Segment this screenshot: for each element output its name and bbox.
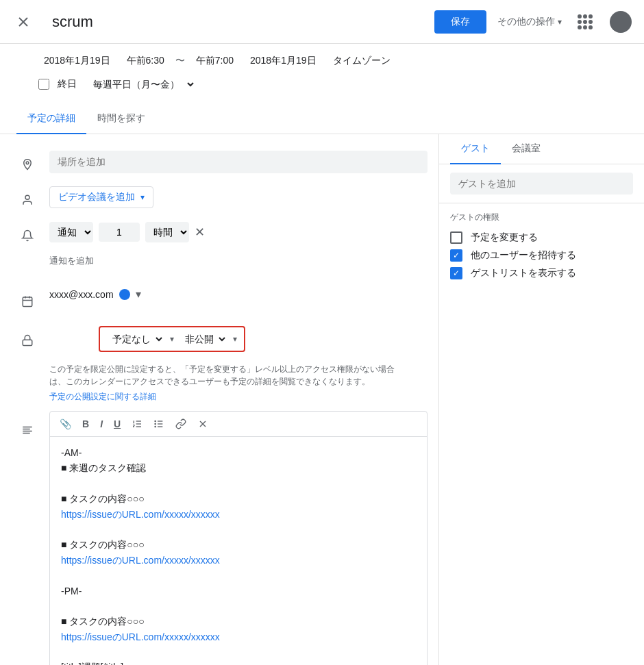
- status-visibility-controls: 予定なし ▾ 非公開 ▾: [99, 326, 245, 352]
- bell-icon: [16, 225, 38, 247]
- svg-rect-8: [23, 340, 32, 345]
- content-line-13: https://issueのURL.com/xxxxx/xxxxxx: [61, 629, 416, 644]
- editor-content[interactable]: -AM- ■ 来週のタスク確認 ■ タスクの内容○○○ https://issu…: [50, 437, 427, 665]
- end-time[interactable]: 午前7:00: [190, 52, 239, 70]
- notification-controls: 通知 時間 ✕: [49, 222, 205, 242]
- right-tabs: ゲスト 会議室: [439, 134, 644, 164]
- description-editor: 📎 B I U: [49, 411, 428, 665]
- notification-type-select[interactable]: 通知: [49, 222, 93, 242]
- visibility-arrow: ▾: [233, 334, 237, 344]
- event-title-input[interactable]: [47, 10, 423, 34]
- permission-checkbox-1[interactable]: [450, 249, 462, 262]
- header: 保存 その他の操作: [0, 0, 644, 44]
- italic-button[interactable]: I: [96, 416, 107, 432]
- apps-icon: [578, 14, 593, 29]
- status-visibility-row: 予定なし ▾ 非公開 ▾: [0, 318, 438, 357]
- calendar-select-row: xxxx@xxx.com ▾: [49, 288, 141, 301]
- calendar-row: xxxx@xxx.com ▾: [0, 282, 438, 318]
- video-field: ビデオ会議を追加: [49, 186, 428, 208]
- right-panel: ゲスト 会議室 ゲストの権限 予定を変更する 他のユーザーを招待する ゲストリス…: [438, 134, 644, 665]
- timezone-button[interactable]: タイムゾーン: [327, 52, 396, 70]
- permission-item-1: 他のユーザーを招待する: [450, 247, 633, 264]
- left-tabs: 予定の詳細 時間を探す: [0, 104, 644, 134]
- permission-item-2: ゲストリストを表示する: [450, 264, 633, 282]
- tab-details[interactable]: 予定の詳細: [16, 104, 86, 134]
- end-date[interactable]: 2018年1月19日: [245, 52, 322, 70]
- privacy-link[interactable]: 予定の公開設定に関する詳細: [49, 390, 395, 403]
- tab-guest[interactable]: ゲスト: [450, 134, 501, 164]
- content-line-14: [61, 644, 416, 660]
- svg-point-2: [26, 162, 29, 164]
- clear-notification-button[interactable]: ✕: [195, 226, 205, 238]
- unordered-list-button[interactable]: [149, 416, 169, 432]
- location-input[interactable]: [49, 151, 428, 173]
- permission-label-1: 他のユーザーを招待する: [471, 249, 576, 262]
- content-line-7: ■ タスクの内容○○○: [61, 537, 416, 552]
- bold-button[interactable]: B: [78, 416, 93, 432]
- link-button[interactable]: [171, 416, 190, 432]
- person-icon: [16, 189, 38, 211]
- content-line-2: ■ 来週のタスク確認: [61, 460, 416, 475]
- save-button[interactable]: 保存: [434, 10, 486, 34]
- calendar-dropdown-button[interactable]: ▾: [136, 288, 141, 301]
- guest-input-row: [439, 164, 644, 203]
- notification-unit-select[interactable]: 時間: [145, 222, 189, 242]
- location-icon: [16, 153, 38, 175]
- remove-format-button[interactable]: [193, 416, 212, 432]
- tab-find-time[interactable]: 時間を探す: [86, 104, 156, 134]
- permission-checkbox-2[interactable]: [450, 267, 462, 279]
- close-button[interactable]: [11, 10, 36, 34]
- permission-item-0: 予定を変更する: [450, 229, 633, 247]
- notification-value-input[interactable]: [99, 223, 140, 242]
- content-line-15: [title]課題[/title]: [61, 660, 416, 665]
- attach-button[interactable]: 📎: [55, 416, 75, 432]
- start-time[interactable]: 午前6:30: [121, 52, 170, 70]
- privacy-notice: この予定を限定公開に設定すると、「予定を変更する」レベル以上のアクセス権限がない…: [0, 357, 411, 405]
- datetime-row: 2018年1月19日 午前6:30 〜 午前7:00 2018年1月19日 タイ…: [38, 52, 628, 70]
- guest-input[interactable]: [450, 173, 633, 195]
- link-1[interactable]: https://issueのURL.com/xxxxx/xxxxxx: [61, 509, 220, 520]
- more-actions-button[interactable]: その他の操作: [497, 16, 562, 28]
- ordered-list-button[interactable]: [127, 416, 147, 432]
- account-button[interactable]: [608, 10, 633, 34]
- content-line-8: https://issueのURL.com/xxxxx/xxxxxx: [61, 553, 416, 568]
- calendar-color-dot: [119, 289, 130, 300]
- video-row: ビデオ会議を追加: [0, 181, 438, 216]
- permission-label-2: ゲストリストを表示する: [471, 267, 576, 279]
- content-line-1: -AM-: [61, 445, 416, 460]
- svg-point-20: [155, 423, 156, 424]
- recurrence-select[interactable]: 毎週平日（月〜金）: [85, 75, 196, 93]
- status-select[interactable]: 予定なし: [107, 331, 164, 347]
- grid-icon-button[interactable]: [573, 10, 597, 34]
- underline-button[interactable]: U: [110, 416, 125, 432]
- allday-checkbox[interactable]: [38, 79, 49, 90]
- svg-point-19: [155, 421, 156, 421]
- description-icon: [16, 419, 38, 441]
- add-notification-link[interactable]: 通知を追加: [49, 252, 94, 270]
- visibility-select[interactable]: 非公開: [179, 331, 227, 347]
- content-line-12: ■ タスクの内容○○○: [61, 614, 416, 629]
- status-arrow: ▾: [170, 334, 174, 344]
- calendar-icon: [16, 290, 38, 312]
- content-line-5: https://issueのURL.com/xxxxx/xxxxxx: [61, 507, 416, 522]
- spacer-icon: [16, 255, 38, 277]
- svg-point-21: [155, 426, 156, 427]
- description-row: 📎 B I U: [0, 405, 438, 665]
- notification-row: 通知 時間 ✕: [0, 216, 438, 252]
- add-notification-row: 通知を追加: [0, 252, 438, 282]
- start-date[interactable]: 2018年1月19日: [38, 52, 116, 70]
- guest-permissions: ゲストの権限 予定を変更する 他のユーザーを招待する ゲストリストを表示する: [439, 203, 644, 290]
- permission-checkbox-0[interactable]: [450, 231, 462, 244]
- datetime-section: 2018年1月19日 午前6:30 〜 午前7:00 2018年1月19日 タイ…: [0, 44, 644, 99]
- tab-room[interactable]: 会議室: [501, 134, 552, 164]
- main-content: ビデオ会議を追加 通知 時間 ✕: [0, 134, 644, 665]
- content-line-11: [61, 599, 416, 614]
- video-conference-button[interactable]: ビデオ会議を追加: [49, 186, 153, 208]
- content-line-10: -PM-: [61, 584, 416, 599]
- content-line-6: [61, 522, 416, 537]
- allday-label: 終日: [58, 78, 77, 90]
- permissions-title: ゲストの権限: [450, 212, 633, 223]
- link-3[interactable]: https://issueのURL.com/xxxxx/xxxxxx: [61, 631, 220, 642]
- link-2[interactable]: https://issueのURL.com/xxxxx/xxxxxx: [61, 555, 220, 566]
- content-line-4: ■ タスクの内容○○○: [61, 491, 416, 506]
